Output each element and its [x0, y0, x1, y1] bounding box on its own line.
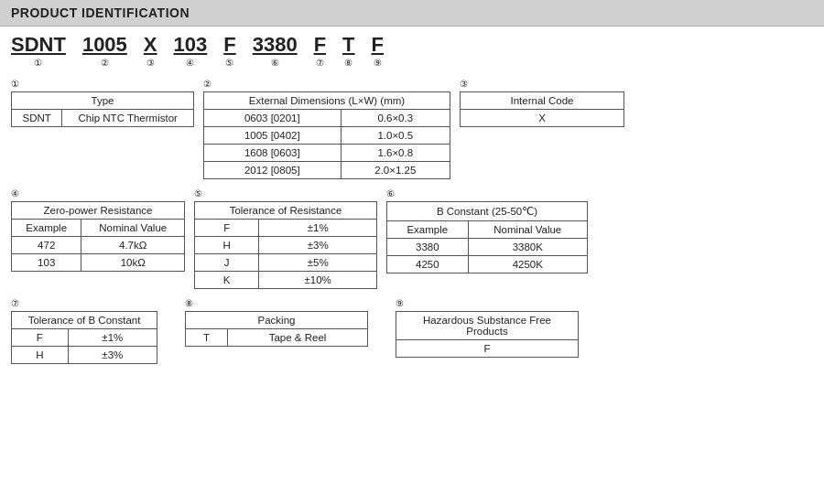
sec6-header: B Constant (25-50℃): [387, 202, 588, 221]
sec5-r1c1: F: [195, 220, 259, 237]
sec7-r2c2: ±3%: [68, 347, 157, 364]
sec4-r1c1: 472: [12, 237, 81, 254]
page-header: PRODUCT IDENTIFICATION: [0, 0, 824, 27]
code-num-3: ③: [146, 58, 155, 68]
section-5: ⑤ Tolerance of Resistance F±1% H±3% J±5%…: [194, 188, 377, 289]
sec1-row1-col2: Chip NTC Thermistor: [62, 110, 194, 127]
section-3-num: ③: [460, 79, 624, 89]
section-8-num: ⑧: [185, 298, 368, 308]
code-num-5: ⑤: [225, 58, 233, 68]
section-4-num: ④: [11, 188, 185, 198]
sec8-header: Packing: [186, 312, 368, 329]
product-code-row: SDNT①1005②X③103④F⑤3380⑥F⑦T⑧F⑨: [11, 34, 813, 68]
code-value-9: F: [372, 34, 384, 56]
sec5-r3c1: J: [195, 254, 259, 272]
sec9-value: F: [396, 340, 579, 358]
sec4-r2c1: 103: [12, 254, 81, 272]
section-6-num: ⑥: [386, 188, 588, 198]
code-num-9: ⑨: [374, 58, 382, 68]
code-num-6: ⑥: [271, 58, 279, 68]
page-title: PRODUCT IDENTIFICATION: [11, 5, 190, 20]
sec4-subh2: Nominal Value: [81, 220, 185, 237]
section-8: ⑧ Packing TTape & Reel: [185, 298, 368, 347]
section-row-1: ① Type SDNTChip NTC Thermistor ② Externa…: [11, 79, 813, 179]
code-num-8: ⑧: [344, 58, 352, 68]
code-num-7: ⑦: [316, 58, 324, 68]
sec8-r1c1: T: [186, 329, 228, 347]
code-value-7: F: [314, 34, 326, 56]
code-value-5: F: [223, 34, 235, 56]
sec5-r4c1: K: [195, 272, 259, 289]
section-5-num: ⑤: [194, 188, 377, 198]
code-part-4: 103④: [174, 34, 208, 68]
code-part-2: 1005②: [82, 34, 127, 68]
section-6: ⑥ B Constant (25-50℃) ExampleNominal Val…: [386, 188, 588, 273]
sec2-r1c2: 0.6×0.3: [341, 110, 450, 127]
sec6-r1c2: 3380K: [468, 239, 587, 256]
code-value-2: 1005: [82, 34, 127, 56]
section-row-3: ⑦ Tolerance of B Constant F±1% H±3% ⑧ Pa…: [11, 298, 813, 364]
section-4: ④ Zero-power Resistance ExampleNominal V…: [11, 188, 185, 272]
sec6-r2c2: 4250K: [468, 256, 587, 273]
sec4-r1c2: 4.7kΩ: [81, 237, 185, 254]
sec3-header: Internal Code: [461, 92, 624, 110]
sec6-r1c1: 3380: [387, 239, 469, 256]
sec4-header: Zero-power Resistance: [12, 202, 185, 220]
sec6-subh2: Nominal Value: [468, 221, 587, 239]
sec7-r1c1: F: [12, 329, 69, 347]
section-7-num: ⑦: [11, 298, 157, 308]
code-num-4: ④: [186, 58, 194, 68]
code-part-5: F⑤: [223, 34, 235, 68]
sec1-header: Type: [12, 92, 194, 110]
sec1-row1-col1: SDNT: [12, 110, 62, 127]
sec4-r2c2: 10kΩ: [81, 254, 185, 272]
section-7: ⑦ Tolerance of B Constant F±1% H±3%: [11, 298, 157, 364]
sec2-r4c1: 2012 [0805]: [204, 162, 342, 179]
code-value-8: T: [342, 34, 354, 56]
section-3: ③ Internal Code X: [460, 79, 624, 127]
sec6-subh1: Example: [387, 221, 469, 239]
sections-grid: ① Type SDNTChip NTC Thermistor ② Externa…: [11, 79, 813, 364]
sec5-r4c2: ±10%: [259, 272, 377, 289]
sec4-subh1: Example: [12, 220, 81, 237]
sec5-r2c1: H: [195, 237, 259, 254]
section-2-num: ②: [203, 79, 450, 89]
section-2: ② External Dimensions (L×W) (mm) 0603 [0…: [203, 79, 450, 179]
section-1: ① Type SDNTChip NTC Thermistor: [11, 79, 194, 127]
sec3-value: X: [461, 110, 624, 127]
sec5-r2c2: ±3%: [259, 237, 377, 254]
sec2-header: External Dimensions (L×W) (mm): [204, 92, 450, 110]
sec2-r1c1: 0603 [0201]: [204, 110, 342, 127]
sec7-r1c2: ±1%: [68, 329, 157, 347]
code-num-1: ①: [34, 58, 42, 68]
code-part-7: F⑦: [314, 34, 326, 68]
sec8-r1c2: Tape & Reel: [228, 329, 368, 347]
sec5-header: Tolerance of Resistance: [195, 202, 377, 220]
code-value-3: X: [144, 34, 157, 56]
code-part-6: 3380⑥: [253, 34, 298, 68]
sec9-header: Hazardous Substance Free Products: [396, 312, 579, 340]
sec7-header: Tolerance of B Constant: [12, 312, 157, 329]
code-part-9: F⑨: [372, 34, 384, 68]
section-row-2: ④ Zero-power Resistance ExampleNominal V…: [11, 188, 813, 289]
section-9: ⑨ Hazardous Substance Free Products F: [396, 298, 579, 358]
section-9-num: ⑨: [396, 298, 579, 308]
sec2-r4c2: 2.0×1.25: [341, 162, 450, 179]
code-value-6: 3380: [253, 34, 298, 56]
sec5-r1c2: ±1%: [259, 220, 377, 237]
code-part-1: SDNT①: [11, 34, 66, 68]
sec7-r2c1: H: [12, 347, 69, 364]
sec5-r3c2: ±5%: [259, 254, 377, 272]
sec2-r2c2: 1.0×0.5: [341, 127, 450, 145]
code-value-4: 103: [174, 34, 208, 56]
code-value-1: SDNT: [11, 34, 66, 56]
code-num-2: ②: [101, 58, 109, 68]
code-part-8: T⑧: [342, 34, 354, 68]
section-1-num: ①: [11, 79, 194, 89]
sec6-r2c1: 4250: [387, 256, 469, 273]
sec2-r2c1: 1005 [0402]: [204, 127, 342, 145]
sec2-r3c2: 1.6×0.8: [341, 145, 450, 162]
code-part-3: X③: [144, 34, 157, 68]
sec2-r3c1: 1608 [0603]: [204, 145, 342, 162]
